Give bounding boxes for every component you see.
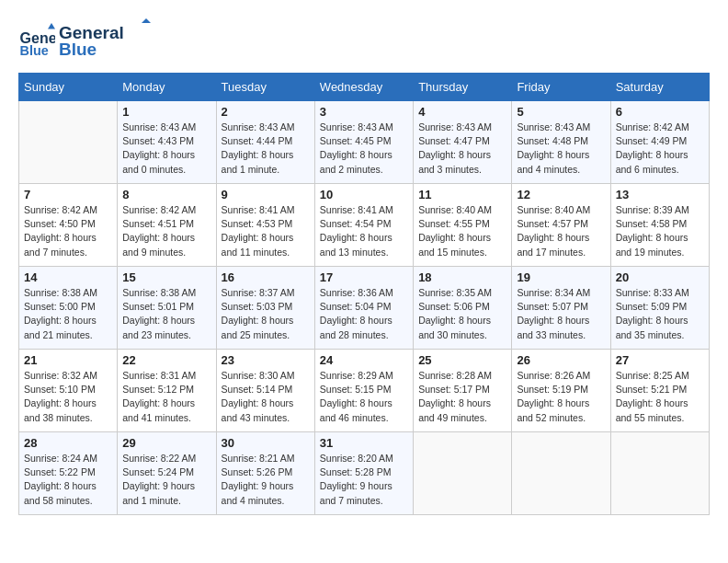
day-number: 3 (320, 105, 408, 119)
day-number: 19 (517, 270, 605, 284)
calendar-cell (610, 432, 709, 515)
day-info: Sunrise: 8:42 AMSunset: 4:49 PMDaylight:… (616, 121, 704, 177)
calendar-week-row: 7Sunrise: 8:42 AMSunset: 4:50 PMDaylight… (19, 184, 710, 267)
day-number: 6 (616, 105, 704, 119)
day-info: Sunrise: 8:29 AMSunset: 5:15 PMDaylight:… (320, 369, 408, 425)
calendar-cell: 28Sunrise: 8:24 AMSunset: 5:22 PMDayligh… (19, 432, 118, 515)
calendar-cell: 25Sunrise: 8:28 AMSunset: 5:17 PMDayligh… (414, 350, 512, 432)
calendar-cell: 20Sunrise: 8:33 AMSunset: 5:09 PMDayligh… (610, 267, 709, 350)
day-info: Sunrise: 8:40 AMSunset: 4:57 PMDaylight:… (517, 203, 605, 259)
day-number: 17 (320, 270, 408, 284)
calendar-cell: 14Sunrise: 8:38 AMSunset: 5:00 PMDayligh… (19, 267, 118, 350)
day-info: Sunrise: 8:34 AMSunset: 5:07 PMDaylight:… (517, 286, 605, 342)
day-number: 30 (222, 436, 310, 450)
day-info: Sunrise: 8:25 AMSunset: 5:21 PMDaylight:… (616, 369, 704, 425)
logo-svg: General Blue (59, 18, 151, 60)
calendar-cell: 15Sunrise: 8:38 AMSunset: 5:01 PMDayligh… (118, 267, 216, 350)
day-header-monday: Monday (118, 74, 216, 101)
calendar-cell: 17Sunrise: 8:36 AMSunset: 5:04 PMDayligh… (314, 267, 413, 350)
calendar-cell: 4Sunrise: 8:43 AMSunset: 4:47 PMDaylight… (414, 101, 512, 184)
day-info: Sunrise: 8:43 AMSunset: 4:47 PMDaylight:… (418, 121, 506, 177)
calendar-body: 1Sunrise: 8:43 AMSunset: 4:43 PMDaylight… (19, 101, 710, 515)
day-number: 14 (24, 270, 112, 284)
calendar-cell (414, 432, 512, 515)
day-number: 31 (320, 436, 408, 450)
calendar-table: SundayMondayTuesdayWednesdayThursdayFrid… (18, 73, 710, 515)
calendar-week-row: 14Sunrise: 8:38 AMSunset: 5:00 PMDayligh… (19, 267, 710, 350)
day-number: 26 (517, 353, 605, 367)
calendar-week-row: 28Sunrise: 8:24 AMSunset: 5:22 PMDayligh… (19, 432, 710, 515)
svg-marker-2 (48, 23, 55, 29)
day-number: 7 (24, 188, 112, 201)
day-number: 11 (418, 188, 506, 201)
logo: General Blue General Blue (18, 18, 151, 63)
calendar-week-row: 21Sunrise: 8:32 AMSunset: 5:10 PMDayligh… (19, 350, 710, 432)
day-info: Sunrise: 8:20 AMSunset: 5:28 PMDaylight:… (320, 452, 408, 508)
day-header-sunday: Sunday (19, 74, 118, 101)
calendar-cell: 22Sunrise: 8:31 AMSunset: 5:12 PMDayligh… (118, 350, 216, 432)
day-info: Sunrise: 8:36 AMSunset: 5:04 PMDaylight:… (320, 286, 408, 342)
day-number: 29 (122, 436, 210, 450)
calendar-cell: 12Sunrise: 8:40 AMSunset: 4:57 PMDayligh… (512, 184, 610, 267)
day-info: Sunrise: 8:22 AMSunset: 5:24 PMDaylight:… (122, 452, 210, 508)
calendar-cell: 1Sunrise: 8:43 AMSunset: 4:43 PMDaylight… (118, 101, 216, 184)
day-info: Sunrise: 8:30 AMSunset: 5:14 PMDaylight:… (222, 369, 310, 425)
calendar-cell: 27Sunrise: 8:25 AMSunset: 5:21 PMDayligh… (610, 350, 709, 432)
logo-icon: General Blue (18, 23, 55, 60)
calendar-cell: 8Sunrise: 8:42 AMSunset: 4:51 PMDaylight… (118, 184, 216, 267)
calendar-cell: 26Sunrise: 8:26 AMSunset: 5:19 PMDayligh… (512, 350, 610, 432)
day-info: Sunrise: 8:42 AMSunset: 4:51 PMDaylight:… (122, 203, 210, 259)
calendar-header-row: SundayMondayTuesdayWednesdayThursdayFrid… (19, 74, 710, 101)
calendar-cell: 11Sunrise: 8:40 AMSunset: 4:55 PMDayligh… (414, 184, 512, 267)
day-header-wednesday: Wednesday (314, 74, 413, 101)
day-number: 15 (122, 270, 210, 284)
day-number: 27 (616, 353, 704, 367)
calendar-cell: 16Sunrise: 8:37 AMSunset: 5:03 PMDayligh… (216, 267, 314, 350)
day-info: Sunrise: 8:38 AMSunset: 5:01 PMDaylight:… (122, 286, 210, 342)
calendar-cell (19, 101, 118, 184)
calendar-cell: 30Sunrise: 8:21 AMSunset: 5:26 PMDayligh… (216, 432, 314, 515)
day-header-thursday: Thursday (414, 74, 512, 101)
day-info: Sunrise: 8:31 AMSunset: 5:12 PMDaylight:… (122, 369, 210, 425)
day-header-friday: Friday (512, 74, 610, 101)
day-info: Sunrise: 8:33 AMSunset: 5:09 PMDaylight:… (616, 286, 704, 342)
day-info: Sunrise: 8:26 AMSunset: 5:19 PMDaylight:… (517, 369, 605, 425)
day-number: 8 (122, 188, 210, 201)
day-number: 10 (320, 188, 408, 201)
calendar-cell: 10Sunrise: 8:41 AMSunset: 4:54 PMDayligh… (314, 184, 413, 267)
calendar-cell: 19Sunrise: 8:34 AMSunset: 5:07 PMDayligh… (512, 267, 610, 350)
page-header: General Blue General Blue (18, 18, 710, 63)
svg-marker-5 (142, 18, 151, 23)
day-info: Sunrise: 8:40 AMSunset: 4:55 PMDaylight:… (418, 203, 506, 259)
day-number: 1 (122, 105, 210, 119)
calendar-cell: 29Sunrise: 8:22 AMSunset: 5:24 PMDayligh… (118, 432, 216, 515)
day-number: 28 (24, 436, 112, 450)
day-number: 25 (418, 353, 506, 367)
calendar-cell: 23Sunrise: 8:30 AMSunset: 5:14 PMDayligh… (216, 350, 314, 432)
day-number: 20 (616, 270, 704, 284)
svg-text:Blue: Blue (59, 40, 97, 59)
day-number: 13 (616, 188, 704, 201)
calendar-cell: 9Sunrise: 8:41 AMSunset: 4:53 PMDaylight… (216, 184, 314, 267)
day-info: Sunrise: 8:37 AMSunset: 5:03 PMDaylight:… (222, 286, 310, 342)
day-number: 21 (24, 353, 112, 367)
calendar-week-row: 1Sunrise: 8:43 AMSunset: 4:43 PMDaylight… (19, 101, 710, 184)
day-info: Sunrise: 8:28 AMSunset: 5:17 PMDaylight:… (418, 369, 506, 425)
day-info: Sunrise: 8:32 AMSunset: 5:10 PMDaylight:… (24, 369, 112, 425)
day-number: 23 (222, 353, 310, 367)
day-header-tuesday: Tuesday (216, 74, 314, 101)
calendar-cell: 21Sunrise: 8:32 AMSunset: 5:10 PMDayligh… (19, 350, 118, 432)
calendar-cell: 18Sunrise: 8:35 AMSunset: 5:06 PMDayligh… (414, 267, 512, 350)
calendar-cell: 13Sunrise: 8:39 AMSunset: 4:58 PMDayligh… (610, 184, 709, 267)
calendar-cell: 3Sunrise: 8:43 AMSunset: 4:45 PMDaylight… (314, 101, 413, 184)
day-info: Sunrise: 8:43 AMSunset: 4:44 PMDaylight:… (222, 121, 310, 177)
day-number: 18 (418, 270, 506, 284)
day-info: Sunrise: 8:21 AMSunset: 5:26 PMDaylight:… (222, 452, 310, 508)
day-number: 4 (418, 105, 506, 119)
day-number: 16 (222, 270, 310, 284)
day-number: 5 (517, 105, 605, 119)
day-info: Sunrise: 8:43 AMSunset: 4:48 PMDaylight:… (517, 121, 605, 177)
day-number: 12 (517, 188, 605, 201)
day-info: Sunrise: 8:42 AMSunset: 4:50 PMDaylight:… (24, 203, 112, 259)
day-info: Sunrise: 8:35 AMSunset: 5:06 PMDaylight:… (418, 286, 506, 342)
